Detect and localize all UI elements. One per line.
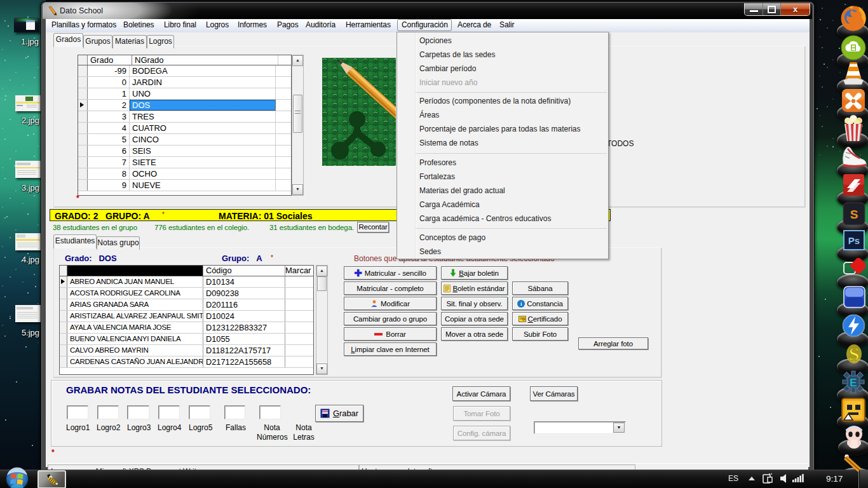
svg-text:E: E: [850, 377, 857, 389]
svg-text:S: S: [850, 208, 858, 221]
svg-text:Ps: Ps: [848, 235, 860, 246]
svg-text:S: S: [849, 343, 860, 364]
